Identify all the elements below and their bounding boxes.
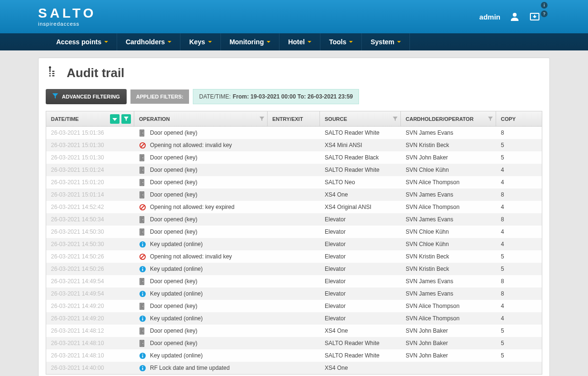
download-icon[interactable] [529,11,540,22]
cell-datetime: 26-03-2021 14:49:20 [46,315,134,322]
svg-rect-64 [142,367,143,370]
cell-cardholder: SVN Alice Thompson [401,179,496,186]
funnel-icon[interactable] [259,117,264,121]
cell-cardholder: SVN James Evans [401,290,496,297]
cell-cardholder: SVN Kristin Beck [401,142,496,148]
cell-copy: 8 [496,191,525,198]
table-row[interactable]: 26-03-2021 14:52:42Opening not allowed: … [46,201,542,213]
operation-text: Door opened (key) [150,340,197,346]
cell-cardholder: SVN John Baker [401,352,496,359]
grid-header: DATE/TIME OPERATION ENTRY/EXIT SOURCE CA… [46,111,542,127]
col-header-cardholder[interactable]: CARDHOLDER/OPERATOR [401,111,496,126]
operation-text: Key updated (online) [150,315,203,322]
cell-source: XS4 Original ANSI [320,204,401,210]
cell-datetime: 26-03-2021 14:50:26 [46,266,134,272]
operation-text: Door opened (key) [150,129,197,136]
cell-cardholder: SVN Chloe Kühn [401,167,496,173]
table-row[interactable]: 26-03-2021 15:01:14Door opened (key)XS4 … [46,188,542,201]
svg-rect-40 [142,268,143,271]
table-row[interactable]: 26-03-2021 14:49:20Key updated (online)E… [46,312,542,325]
door-icon [139,340,146,347]
funnel-icon[interactable] [488,117,493,121]
date-sort-button[interactable] [110,114,120,124]
nav-item-label: Hotel [288,38,305,46]
info-icon[interactable]: i [541,2,548,9]
svg-point-7 [49,73,50,74]
cell-datetime: 26-03-2021 15:01:14 [46,191,134,198]
help-icon[interactable]: ? [541,10,548,17]
svg-rect-61 [142,355,143,357]
table-row[interactable]: 26-03-2021 15:01:30Door opened (key)SALT… [46,151,542,164]
table-row[interactable]: 26-03-2021 14:48:12Door opened (key)XS4 … [46,325,542,337]
advanced-filtering-button[interactable]: ADVANCED FILTERING [46,89,127,104]
table-row[interactable]: 26-03-2021 15:01:36Door opened (key)SALT… [46,127,542,139]
table-row[interactable]: 26-03-2021 14:48:10Door opened (key)SALT… [46,337,542,349]
svg-point-62 [142,354,143,355]
table-row[interactable]: 26-03-2021 14:49:20Door opened (key)Elev… [46,300,542,312]
door-icon [139,179,146,186]
door-icon [139,228,146,236]
cell-copy: 8 [496,290,525,297]
applied-filter-chip[interactable]: DATE/TIME: From: 19-03-2021 00:00 To: 26… [193,89,359,104]
cell-datetime: 26-03-2021 14:48:10 [46,352,134,359]
chevron-down-icon [349,41,353,43]
table-row[interactable]: 26-03-2021 15:01:30Opening not allowed: … [46,139,542,151]
main-nav: Access pointsCardholdersKeysMonitoringHo… [0,33,588,50]
operation-text: Opening not allowed: key expired [150,204,234,210]
current-user[interactable]: admin [479,13,500,21]
info-icon [139,290,146,297]
table-row[interactable]: 26-03-2021 14:50:26Opening not allowed: … [46,250,542,263]
cell-cardholder: SVN Kristin Beck [401,253,496,260]
header-right: admin [479,11,540,22]
table-row[interactable]: 26-03-2021 14:50:26Key updated (online)E… [46,263,542,275]
cell-datetime: 26-03-2021 15:01:24 [46,167,134,173]
cell-copy: 4 [496,241,525,247]
cell-cardholder: SVN John Baker [401,154,496,161]
col-header-date-label: DATE/TIME [51,116,79,122]
cell-copy: 5 [496,154,525,161]
col-header-entry[interactable]: ENTRY/EXIT [268,111,320,126]
audit-trail-icon [47,65,60,80]
col-header-date[interactable]: DATE/TIME [46,111,134,126]
table-row[interactable]: 26-03-2021 15:01:24Door opened (key)SALT… [46,164,542,176]
nav-item-keys[interactable]: Keys [180,33,220,50]
nav-item-system[interactable]: System [362,33,410,50]
cell-copy: 4 [496,228,525,235]
funnel-icon[interactable] [393,117,398,121]
col-header-copy[interactable]: COPY [496,111,525,126]
operation-text: Key updated (online) [150,241,203,247]
nav-item-tools[interactable]: Tools [320,33,362,50]
nav-item-monitoring[interactable]: Monitoring [221,33,279,50]
table-row[interactable]: 26-03-2021 14:50:34Door opened (key)Elev… [46,213,542,226]
col-header-operation[interactable]: OPERATION [134,111,268,126]
cell-datetime: 26-03-2021 15:01:36 [46,129,134,136]
cell-source: SALTO Reader White [320,352,401,359]
table-row[interactable]: 26-03-2021 14:48:10Key updated (online)S… [46,349,542,362]
svg-point-65 [142,366,143,367]
table-row[interactable]: 26-03-2021 15:01:20Door opened (key)SALT… [46,176,542,188]
col-header-source[interactable]: SOURCE [320,111,401,126]
operation-text: Opening not allowed: invalid key [150,142,232,148]
nav-item-label: Tools [329,38,346,46]
table-row[interactable]: 26-03-2021 14:49:54Door opened (key)Elev… [46,275,542,287]
nav-item-hotel[interactable]: Hotel [279,33,320,50]
date-filter-button[interactable] [121,114,131,124]
svg-point-59 [142,343,143,344]
cell-cardholder: SVN James Evans [401,191,496,198]
table-row[interactable]: 26-03-2021 14:49:54Key updated (online)E… [46,287,542,300]
cell-copy: 8 [496,216,525,223]
table-row[interactable]: 26-03-2021 14:40:00RF Lock date and time… [46,362,542,374]
chevron-down-icon [267,41,270,43]
table-row[interactable]: 26-03-2021 14:50:30Door opened (key)Elev… [46,226,542,238]
door-icon [139,191,146,198]
svg-rect-5 [52,75,55,76]
operation-text: RF Lock date and time updated [150,365,229,371]
nav-item-cardholders[interactable]: Cardholders [117,33,180,50]
table-row[interactable]: 26-03-2021 14:50:30Key updated (online)E… [46,238,542,250]
nav-item-access-points[interactable]: Access points [48,33,117,50]
user-icon[interactable] [509,11,520,22]
svg-point-41 [142,267,143,268]
cell-copy: 4 [496,315,525,322]
cell-operation: Door opened (key) [134,327,268,335]
svg-point-19 [142,169,143,170]
